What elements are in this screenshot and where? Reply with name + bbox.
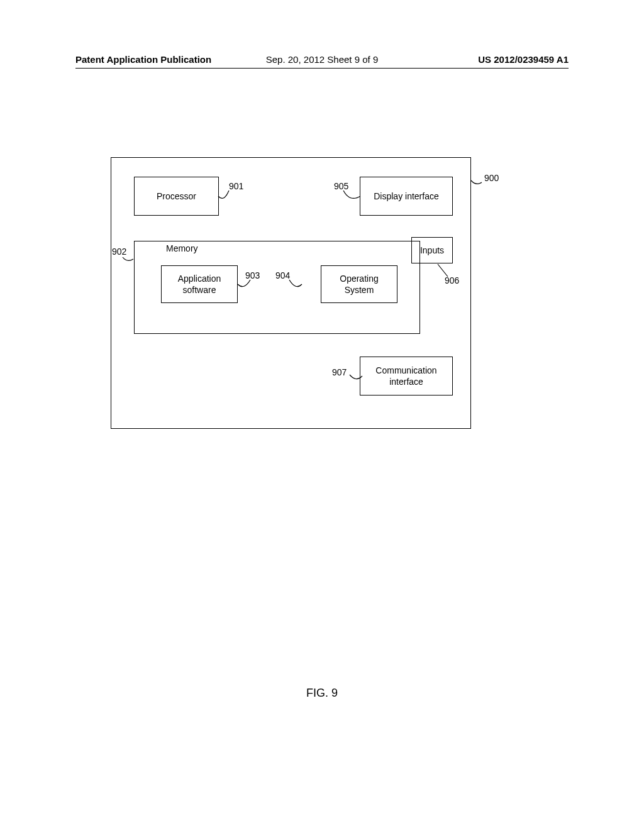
inputs-label: Inputs <box>420 245 444 256</box>
ref-num-906: 906 <box>445 275 459 285</box>
device-container-900: Processor Display interface Memory Appli… <box>111 157 471 429</box>
ref-num-903: 903 <box>245 270 260 280</box>
figure-caption: FIG. 9 <box>306 687 338 700</box>
application-software-block: Application software <box>161 265 238 303</box>
inputs-block: Inputs <box>411 237 453 263</box>
page-header: Patent Application Publication Sep. 20, … <box>0 54 644 65</box>
operating-system-block: Operating System <box>321 265 397 303</box>
ref-num-901: 901 <box>229 181 243 191</box>
ref-num-902: 902 <box>112 246 126 257</box>
ref-num-907: 907 <box>332 367 347 377</box>
operating-system-label: Operating System <box>340 273 378 296</box>
ref-num-900: 900 <box>484 173 499 183</box>
memory-block: Memory Application software Operating Sy… <box>134 241 420 334</box>
display-interface-label: Display interface <box>374 191 439 202</box>
header-publication-number: US 2012/0239459 A1 <box>478 54 569 65</box>
communication-interface-block: Communication interface <box>360 357 453 396</box>
processor-block: Processor <box>134 177 219 216</box>
ref-num-905: 905 <box>334 181 348 191</box>
header-publication-type: Patent Application Publication <box>75 54 211 65</box>
header-date-sheet: Sep. 20, 2012 Sheet 9 of 9 <box>266 54 378 65</box>
header-rule <box>75 68 569 69</box>
processor-label: Processor <box>157 191 196 202</box>
application-software-label: Application software <box>178 273 221 296</box>
memory-label: Memory <box>166 243 198 254</box>
ref-num-904: 904 <box>275 270 290 280</box>
display-interface-block: Display interface <box>360 177 453 216</box>
communication-interface-label: Communication interface <box>375 365 436 387</box>
